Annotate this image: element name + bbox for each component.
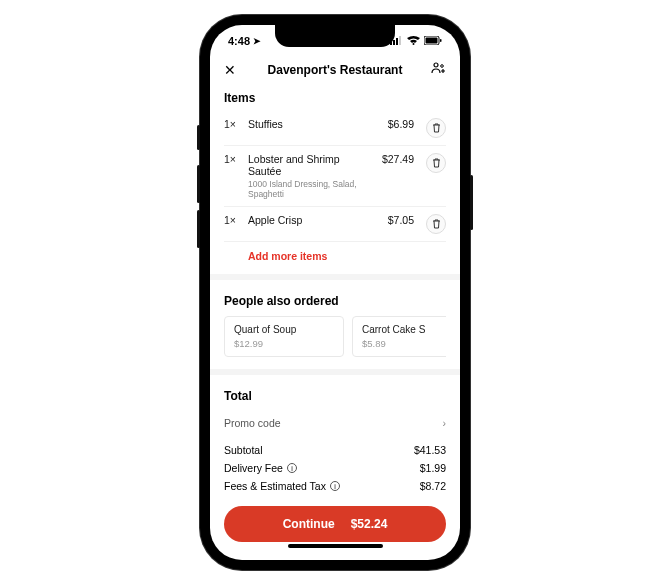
footer: Continue $52.24 (210, 496, 460, 560)
add-more-items-link[interactable]: Add more items (224, 242, 446, 274)
suggestion-card[interactable]: Carrot Cake S $5.89 (352, 316, 446, 357)
info-icon[interactable]: i (330, 481, 340, 491)
totals-section: Total Promo code › Subtotal $41.53 Deliv… (224, 375, 446, 495)
notch (275, 25, 395, 47)
svg-rect-1 (393, 40, 395, 45)
fees-tax-row: Fees & Estimated Tax i $8.72 (224, 477, 446, 495)
delete-item-button[interactable] (426, 214, 446, 234)
subtotal-row: Subtotal $41.53 (224, 441, 446, 459)
status-time: 4:48 (228, 35, 250, 47)
item-price: $7.05 (388, 214, 418, 226)
item-name: Apple Crisp (248, 214, 380, 226)
item-name: Lobster and Shrimp Sautée (248, 153, 374, 177)
svg-rect-6 (426, 38, 438, 44)
delivery-fee-label: Delivery Fee (224, 462, 283, 474)
fees-tax-value: $8.72 (420, 480, 446, 492)
restaurant-title: Davenport's Restaurant (242, 63, 428, 77)
header: ✕ Davenport's Restaurant (210, 57, 460, 87)
svg-point-9 (441, 65, 444, 68)
svg-rect-2 (396, 38, 398, 45)
suggestions-section: People also ordered Quart of Soup $12.99… (224, 280, 446, 357)
close-button[interactable]: ✕ (224, 62, 242, 78)
items-heading: Items (224, 91, 446, 105)
svg-rect-3 (399, 36, 401, 45)
delete-item-button[interactable] (426, 153, 446, 173)
power-button (470, 175, 473, 230)
wifi-icon (407, 35, 420, 47)
phone-frame: 4:48 ➤ ✕ Davenport's Restaurant (200, 15, 470, 570)
suggestion-price: $5.89 (362, 338, 446, 349)
item-qty: 1× (224, 118, 240, 130)
subtotal-value: $41.53 (414, 444, 446, 456)
location-icon: ➤ (253, 36, 261, 46)
cart-item[interactable]: 1× Stuffies $6.99 (224, 111, 446, 146)
battery-icon (424, 35, 442, 47)
svg-rect-7 (440, 39, 442, 42)
item-name: Stuffies (248, 118, 380, 130)
continue-button[interactable]: Continue $52.24 (224, 506, 446, 542)
subtotal-label: Subtotal (224, 444, 263, 456)
delete-item-button[interactable] (426, 118, 446, 138)
suggestion-price: $12.99 (234, 338, 334, 349)
suggestion-name: Carrot Cake S (362, 324, 446, 335)
home-indicator[interactable] (288, 544, 383, 548)
mute-switch (197, 125, 200, 150)
promo-label: Promo code (224, 417, 281, 429)
cart-item[interactable]: 1× Lobster and Shrimp Sautée 1000 Island… (224, 146, 446, 207)
continue-total: $52.24 (351, 517, 388, 531)
fees-tax-label: Fees & Estimated Tax (224, 480, 326, 492)
group-order-icon[interactable] (428, 61, 446, 79)
svg-point-8 (434, 63, 438, 67)
continue-label: Continue (283, 517, 335, 531)
suggestion-card[interactable]: Quart of Soup $12.99 (224, 316, 344, 357)
cart-item[interactable]: 1× Apple Crisp $7.05 (224, 207, 446, 242)
item-qty: 1× (224, 214, 240, 226)
also-ordered-heading: People also ordered (224, 294, 446, 308)
volume-up (197, 165, 200, 203)
item-price: $27.49 (382, 153, 418, 165)
item-price: $6.99 (388, 118, 418, 130)
volume-down (197, 210, 200, 248)
info-icon[interactable]: i (287, 463, 297, 473)
suggestion-name: Quart of Soup (234, 324, 334, 335)
item-options: 1000 Island Dressing, Salad, Spaghetti (248, 179, 374, 199)
delivery-fee-value: $1.99 (420, 462, 446, 474)
screen: 4:48 ➤ ✕ Davenport's Restaurant (210, 25, 460, 560)
item-qty: 1× (224, 153, 240, 165)
total-heading: Total (224, 389, 446, 403)
chevron-right-icon: › (443, 417, 447, 429)
delivery-fee-row: Delivery Fee i $1.99 (224, 459, 446, 477)
content: Items 1× Stuffies $6.99 1× Lobster and S… (210, 87, 460, 496)
svg-point-4 (413, 43, 415, 45)
promo-code-row[interactable]: Promo code › (224, 409, 446, 437)
